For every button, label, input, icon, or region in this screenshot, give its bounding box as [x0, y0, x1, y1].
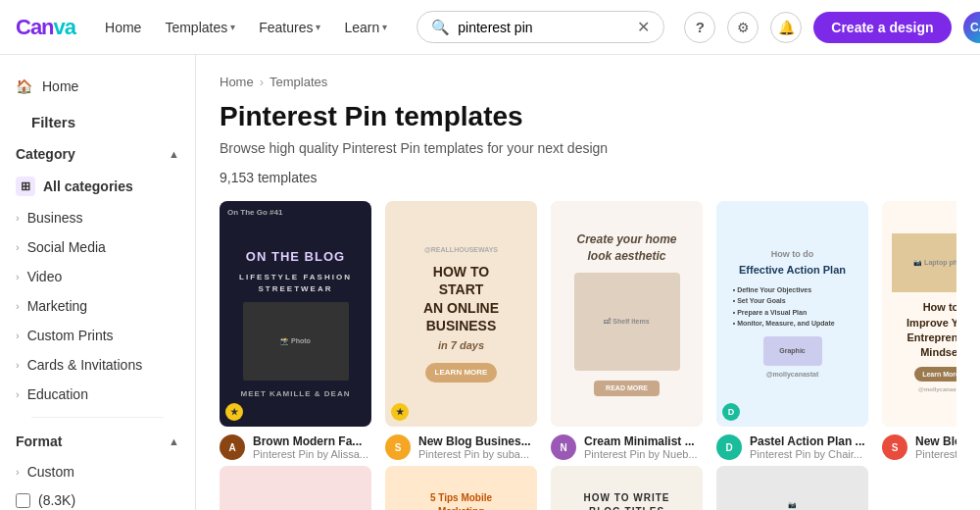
nav-learn[interactable]: Learn ▾: [334, 14, 397, 41]
template-count: 9,153 templates: [220, 170, 956, 185]
format-filter-header[interactable]: Format ▲: [16, 426, 179, 457]
template-image-area: [220, 466, 371, 510]
nav-features[interactable]: Features ▾: [249, 14, 330, 41]
search-icon: 🔍: [431, 19, 450, 36]
notifications-button[interactable]: 🔔: [770, 12, 802, 43]
category-cards-invitations-label: Cards & Invitations: [27, 357, 143, 373]
template-card[interactable]: How to do Effective Action Plan • Define…: [716, 201, 868, 464]
category-cards-invitations[interactable]: › Cards & Invitations: [16, 350, 179, 380]
template-image: [220, 466, 371, 510]
template-image-area: How to do Effective Action Plan • Define…: [716, 201, 868, 427]
card-avatar: A: [220, 434, 245, 460]
chevron-down-icon: ▾: [316, 22, 320, 32]
card-name: Brown Modern Fa...: [253, 434, 371, 448]
top-nav: Canva Home Templates ▾ Features ▾ Learn …: [0, 0, 980, 55]
page-description: Browse high quality Pinterest Pin templa…: [220, 140, 956, 156]
search-bar[interactable]: 🔍 ✕: [416, 11, 664, 43]
chevron-right-icon: ›: [16, 359, 20, 371]
template-image: Create your homelook aesthetic 🛋 Shelf i…: [551, 201, 703, 427]
template-card[interactable]: Create your homelook aesthetic 🛋 Shelf i…: [551, 201, 703, 464]
category-all[interactable]: ⊞ All categories: [16, 170, 179, 203]
nav-templates[interactable]: Templates ▾: [155, 14, 245, 41]
card-name: New Blog - Pintere...: [915, 434, 956, 448]
category-business[interactable]: › Business: [16, 203, 179, 232]
breadcrumb-home[interactable]: Home: [220, 75, 254, 89]
format-checkbox-item[interactable]: (8.3K): [16, 486, 179, 510]
chevron-right-icon: ›: [16, 388, 20, 400]
template-image-area: 5 Tips MobileMarketing: [385, 466, 537, 510]
category-social-media[interactable]: › Social Media: [16, 232, 179, 262]
category-marketing[interactable]: › Marketing: [16, 291, 179, 321]
breadcrumb-templates[interactable]: Templates: [270, 75, 327, 89]
category-label: Category: [16, 146, 75, 162]
gear-button[interactable]: ⚙: [727, 12, 759, 43]
logo[interactable]: Canva: [16, 15, 75, 40]
sidebar-home-label: Home: [42, 78, 78, 94]
card-avatar: S: [385, 434, 411, 460]
category-custom-prints[interactable]: › Custom Prints: [16, 321, 179, 350]
template-image: 📷 Laptop photo How toImprove YourEntrepr…: [882, 201, 956, 427]
template-card[interactable]: On The Go #41 ON THE BLOG LIFESTYLE FASH…: [220, 201, 371, 464]
card-sub: Pinterest Pin by Nueb...: [584, 448, 703, 460]
template-image-area: 📷: [716, 466, 868, 510]
divider: [31, 417, 164, 418]
category-education[interactable]: › Education: [16, 380, 179, 409]
filters-section: Filters Category ▲ ⊞ All categories › Bu…: [0, 102, 195, 510]
card-footer: N Cream Minimalist ... Pinterest Pin by …: [551, 427, 703, 464]
card-avatar: D: [716, 434, 742, 460]
category-filter-header[interactable]: Category ▲: [16, 138, 179, 170]
template-image-area: 📷 Laptop photo How toImprove YourEntrepr…: [882, 201, 956, 427]
card-sub: Pinterest Pin by suba...: [418, 448, 537, 460]
custom-option[interactable]: › Custom: [16, 457, 179, 486]
help-button[interactable]: ?: [684, 12, 715, 43]
template-image-area: HOW TO WRITEBLOG TITLES: [551, 466, 703, 510]
chevron-right-icon: ›: [16, 271, 20, 282]
chevron-down-icon: ▾: [230, 22, 235, 32]
nav-home[interactable]: Home: [95, 14, 151, 41]
template-card[interactable]: 📷: [716, 466, 868, 510]
category-marketing-label: Marketing: [27, 298, 87, 314]
nav-features-label: Features: [259, 20, 313, 35]
template-card[interactable]: [220, 466, 371, 510]
category-video[interactable]: › Video: [16, 262, 179, 291]
sidebar: 🏠 Home Filters Category ▲ ⊞ All categori…: [0, 55, 196, 510]
format-checkbox[interactable]: [16, 493, 30, 508]
home-icon: 🏠: [16, 78, 32, 94]
search-input[interactable]: [458, 20, 629, 35]
clear-icon[interactable]: ✕: [637, 18, 650, 36]
category-all-label: All categories: [43, 178, 133, 194]
filters-title: Filters: [16, 102, 179, 138]
format-label: Format: [16, 434, 62, 449]
card-info: Cream Minimalist ... Pinterest Pin by Nu…: [584, 434, 703, 460]
template-image: 📷: [716, 466, 868, 510]
template-image-area: On The Go #41 ON THE BLOG LIFESTYLE FASH…: [220, 201, 371, 427]
nav-right: ? ⚙ 🔔 Create a design CA: [684, 12, 980, 43]
template-image: @REALLHOUSEWAYS HOW TOSTARTAN ONLINEBUSI…: [385, 201, 537, 427]
template-card[interactable]: 📷 Laptop photo How toImprove YourEntrepr…: [882, 201, 956, 464]
avatar[interactable]: CA: [963, 12, 980, 43]
chevron-right-icon: ›: [16, 466, 20, 478]
template-image-area: Create your homelook aesthetic 🛋 Shelf i…: [551, 201, 703, 427]
card-avatar: S: [882, 434, 907, 460]
nav-links: Home Templates ▾ Features ▾ Learn ▾: [95, 14, 397, 41]
template-card[interactable]: HOW TO WRITEBLOG TITLES: [551, 466, 703, 510]
template-image: How to do Effective Action Plan • Define…: [716, 201, 868, 427]
create-design-button[interactable]: Create a design: [813, 12, 951, 43]
breadcrumb-separator: ›: [260, 75, 264, 89]
card-info: Pastel Action Plan ... Pinterest Pin by …: [750, 434, 868, 460]
card-sub: Pinterest Pin by Alissa...: [253, 448, 371, 460]
template-card[interactable]: @REALLHOUSEWAYS HOW TOSTARTAN ONLINEBUSI…: [385, 201, 537, 464]
template-image: 5 Tips MobileMarketing: [385, 466, 537, 510]
card-info: New Blog - Pintere... Pinterest Pin by s…: [915, 434, 956, 460]
sidebar-home[interactable]: 🏠 Home: [0, 71, 195, 102]
card-footer: S New Blog - Pintere... Pinterest Pin by…: [882, 427, 956, 464]
main-content: Home › Templates Pinterest Pin templates…: [196, 55, 980, 510]
page-title: Pinterest Pin templates: [220, 101, 956, 132]
nav-templates-label: Templates: [165, 20, 227, 35]
custom-label: Custom: [27, 464, 74, 480]
chevron-right-icon: ›: [16, 241, 20, 253]
nav-home-label: Home: [105, 20, 141, 35]
template-card[interactable]: 5 Tips MobileMarketing: [385, 466, 537, 510]
chevron-up-icon: ▲: [169, 435, 179, 447]
card-name: Cream Minimalist ...: [584, 434, 703, 448]
